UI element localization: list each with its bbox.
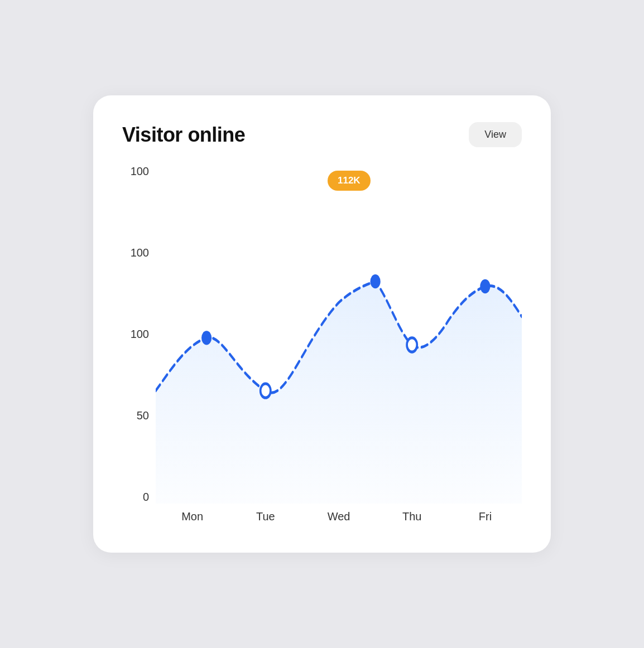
x-label-fri: Fri xyxy=(449,510,522,530)
data-point-tue xyxy=(261,384,271,398)
card-title: Visitor online xyxy=(122,123,245,147)
y-label-100-low: 100 xyxy=(131,328,149,341)
y-axis: 100 100 100 50 0 xyxy=(122,165,156,530)
chart-area: 100 100 100 50 0 112K xyxy=(122,165,522,530)
y-label-0: 0 xyxy=(143,491,149,504)
card-header: Visitor online View xyxy=(122,122,522,147)
x-label-wed: Wed xyxy=(302,510,375,530)
svg-container: 112K xyxy=(156,165,522,504)
tooltip-badge: 112K xyxy=(328,171,371,191)
data-point-mon xyxy=(201,331,212,345)
line-chart-svg xyxy=(156,165,522,504)
data-point-thu xyxy=(407,338,417,352)
x-axis: Mon Tue Wed Thu Fri xyxy=(156,504,522,530)
y-label-100-mid: 100 xyxy=(131,246,149,259)
main-card: Visitor online View 100 100 100 50 0 112… xyxy=(93,95,551,553)
y-label-50: 50 xyxy=(137,409,149,422)
x-label-tue: Tue xyxy=(229,510,302,530)
y-label-100-top: 100 xyxy=(131,165,149,178)
view-button[interactable]: View xyxy=(469,122,522,147)
data-point-wed xyxy=(370,274,380,288)
area-fill xyxy=(156,282,522,504)
x-label-mon: Mon xyxy=(156,510,229,530)
data-point-fri xyxy=(480,279,490,293)
x-label-thu: Thu xyxy=(376,510,449,530)
chart-content: 112K xyxy=(156,165,522,530)
